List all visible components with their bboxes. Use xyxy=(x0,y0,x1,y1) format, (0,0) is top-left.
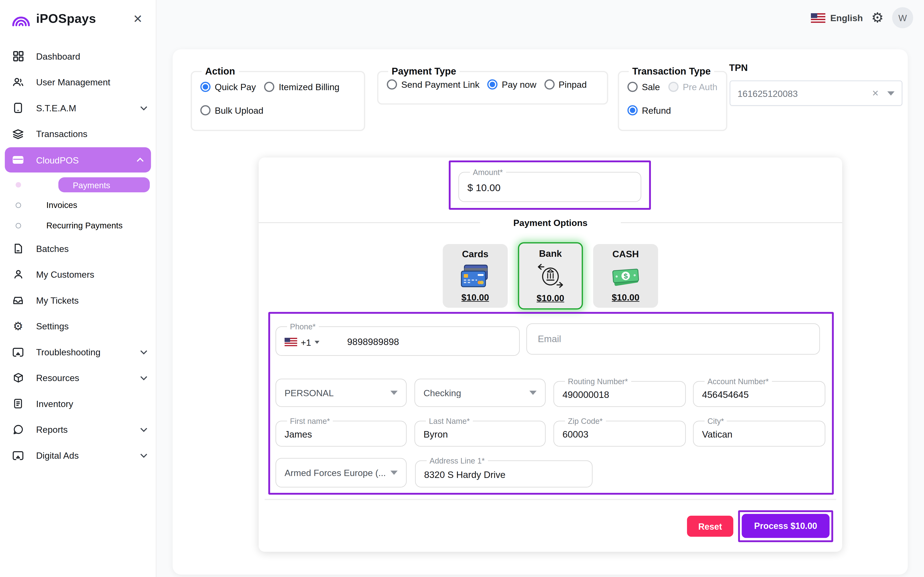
select-value: Checking xyxy=(423,388,461,398)
tpn-select[interactable]: 161625120083 ✕ xyxy=(730,81,903,106)
sidebar-nav: Dashboard User Management S.T.E.A.M xyxy=(0,32,156,468)
sidebar-subitem-label: Payments xyxy=(58,177,150,193)
zip-code-field[interactable]: Zip Code* 60003 xyxy=(553,417,686,447)
chat-icon xyxy=(12,423,24,435)
sidebar-item-user-management[interactable]: User Management xyxy=(0,69,156,95)
sidebar-item-label: Reports xyxy=(36,424,68,435)
app: iPOSpays ✕ Dashboard User Management xyxy=(0,0,924,577)
sidebar-item-settings[interactable]: ⚙ Settings xyxy=(0,313,156,339)
sidebar-subitem-label: Recurring Payments xyxy=(47,221,123,230)
phone-value[interactable]: 9898989898 xyxy=(347,337,399,347)
card-icon xyxy=(12,154,24,166)
account-type-select[interactable]: Checking xyxy=(415,379,546,407)
sidebar-item-cloudpos[interactable]: CloudPOS xyxy=(5,147,151,172)
svg-text:$: $ xyxy=(624,272,628,280)
phone-label: Phone* xyxy=(287,322,319,331)
payment-option-cards[interactable]: Cards $10.00 xyxy=(443,244,508,308)
sidebar-item-label: CloudPOS xyxy=(36,155,79,165)
sidebar-item-digital-ads[interactable]: Digital Ads xyxy=(0,442,156,468)
content-card: Action Quick Pay Itemized Billing Bulk U… xyxy=(173,49,908,575)
gear-icon: ⚙ xyxy=(12,320,24,332)
last-name-field[interactable]: Last Name* Byron xyxy=(415,417,546,447)
payment-option-bank[interactable]: Bank $10.00 xyxy=(518,242,583,309)
city-field[interactable]: City* Vatican xyxy=(693,417,825,447)
chevron-down-icon xyxy=(140,350,147,355)
radio-quick-pay[interactable]: Quick Pay xyxy=(200,82,256,92)
radio-label: Pay now xyxy=(502,79,536,90)
package-icon xyxy=(12,372,24,384)
sidebar-subitem-payments[interactable]: Payments xyxy=(0,175,156,195)
radio-pre-auth[interactable]: Pre Auth xyxy=(669,82,717,92)
routing-number-value: 490000018 xyxy=(562,390,609,400)
bullet-dot-icon xyxy=(16,182,21,188)
sidebar-item-my-customers[interactable]: My Customers xyxy=(0,261,156,287)
sidebar-item-inventory[interactable]: Inventory xyxy=(0,391,156,417)
payment-options-title: Payment Options xyxy=(480,218,620,228)
close-icon[interactable]: ✕ xyxy=(129,12,146,26)
sidebar-item-my-tickets[interactable]: My Tickets xyxy=(0,287,156,313)
state-select[interactable]: Armed Forces Europe (... xyxy=(276,458,407,488)
sidebar-item-batches[interactable]: Batches xyxy=(0,235,156,261)
sidebar-item-label: My Customers xyxy=(36,269,94,280)
divider xyxy=(620,222,842,223)
caret-down-icon xyxy=(391,471,398,475)
radio-send-payment-link[interactable]: Send Payment Link xyxy=(387,79,480,90)
first-name-value: James xyxy=(285,429,312,440)
sidebar-item-reports[interactable]: Reports xyxy=(0,417,156,443)
action-legend: Action xyxy=(202,66,239,77)
zip-code-label: Zip Code* xyxy=(565,417,606,426)
first-name-label: First name* xyxy=(287,417,333,426)
sidebar-item-resources[interactable]: Resources xyxy=(0,365,156,391)
email-field[interactable]: Email xyxy=(527,323,820,355)
payment-option-cash[interactable]: CASH $ $10.00 xyxy=(593,244,658,308)
sidebar-item-troubleshooting[interactable]: Troubleshooting xyxy=(0,339,156,365)
reset-button[interactable]: Reset xyxy=(687,516,733,537)
payment-options-row: Cards $10.00 Bank xyxy=(258,242,842,309)
radio-bulk-upload[interactable]: Bulk Upload xyxy=(200,105,263,116)
city-value: Vatican xyxy=(702,429,732,440)
gear-icon[interactable]: ⚙ xyxy=(871,11,884,25)
sidebar-item-steam[interactable]: S.T.E.A.M xyxy=(0,95,156,121)
radio-refund[interactable]: Refund xyxy=(628,105,671,116)
radio-label: Sale xyxy=(642,82,660,92)
radio-selected-icon xyxy=(487,79,498,90)
sidebar-item-label: Resources xyxy=(36,372,79,383)
cash-icon: $ xyxy=(610,263,641,288)
action-fieldset: Action Quick Pay Itemized Billing Bulk U… xyxy=(191,66,365,131)
radio-itemized-billing[interactable]: Itemized Billing xyxy=(264,82,339,92)
first-name-field[interactable]: First name* James xyxy=(276,417,407,447)
process-button[interactable]: Process $10.00 xyxy=(742,514,830,538)
sidebar-subitem-label: Invoices xyxy=(47,200,77,210)
sidebar-subitem-invoices[interactable]: Invoices xyxy=(0,195,156,215)
dropdown-caret-icon[interactable] xyxy=(887,91,895,95)
radio-sale[interactable]: Sale xyxy=(628,82,660,92)
radio-pay-now[interactable]: Pay now xyxy=(487,79,536,90)
zip-code-value: 60003 xyxy=(562,429,588,440)
radio-label: Bulk Upload xyxy=(215,105,263,116)
caret-down-icon[interactable] xyxy=(315,340,320,343)
account-category-select[interactable]: PERSONAL xyxy=(276,379,407,407)
sidebar-subitem-recurring-payments[interactable]: Recurring Payments xyxy=(0,215,156,235)
language-selector[interactable]: English xyxy=(811,13,863,23)
amount-field[interactable]: Amount* $ 10.00 xyxy=(459,168,641,202)
transaction-type-legend: Transaction Type xyxy=(629,66,714,77)
address-line1-field[interactable]: Address Line 1* 8320 S Hardy Drive xyxy=(415,456,593,488)
account-number-label: Account Number* xyxy=(704,377,772,386)
radio-selected-icon xyxy=(628,105,638,116)
avatar[interactable]: W xyxy=(892,7,913,28)
chevron-down-icon xyxy=(140,106,147,110)
radio-disabled-icon xyxy=(669,82,679,92)
phone-field[interactable]: Phone* +1 9898989898 xyxy=(276,322,520,356)
radio-label: Send Payment Link xyxy=(401,79,480,90)
language-label: English xyxy=(830,13,863,23)
routing-number-field[interactable]: Routing Number* 490000018 xyxy=(553,377,686,407)
account-number-field[interactable]: Account Number* 456454645 xyxy=(693,377,825,407)
sidebar-item-label: Transactions xyxy=(36,129,87,139)
country-code[interactable]: +1 xyxy=(301,337,311,347)
bank-transfer-icon xyxy=(535,262,565,290)
sidebar-item-dashboard[interactable]: Dashboard xyxy=(0,43,156,69)
clear-icon[interactable]: ✕ xyxy=(872,89,879,98)
sidebar-item-label: Inventory xyxy=(36,399,73,409)
sidebar-item-transactions[interactable]: Transactions xyxy=(0,121,156,147)
radio-pinpad[interactable]: Pinpad xyxy=(544,79,587,90)
